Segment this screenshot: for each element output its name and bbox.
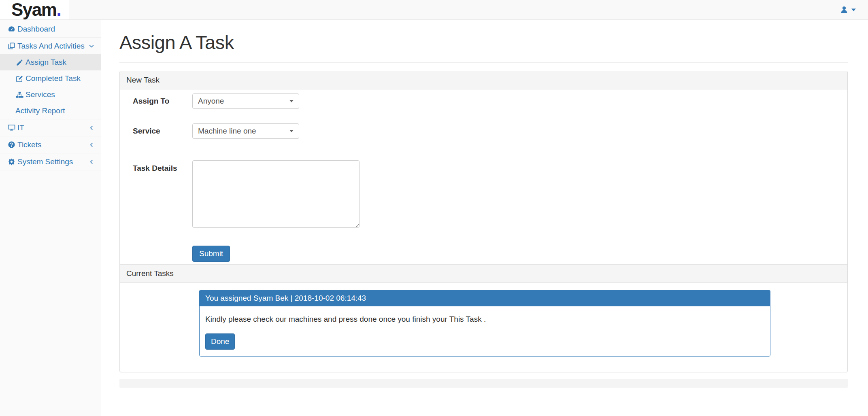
sidebar: Dashboard Tasks And Activities Assign Ta…: [0, 20, 101, 416]
assign-to-row: Assign To Anyone: [133, 93, 834, 109]
sidebar-item-label: Completed Task: [26, 74, 81, 83]
submit-row: Submit: [192, 246, 834, 262]
sidebar-item-label: Services: [26, 90, 55, 99]
footer-bar: [119, 379, 848, 388]
sidebar-item-services[interactable]: Services: [0, 87, 101, 103]
sidebar-item-system-settings[interactable]: System Settings: [0, 153, 101, 170]
caret-down-icon: [851, 8, 856, 11]
task-card-header: You assigned Syam Bek | 2018-10-02 06:14…: [200, 290, 770, 306]
brand-dot: .: [56, 1, 61, 19]
sidebar-item-dashboard[interactable]: Dashboard: [0, 21, 101, 37]
sidebar-item-completed-task[interactable]: Completed Task: [0, 70, 101, 87]
service-select[interactable]: Machine line one: [192, 123, 299, 139]
current-tasks-heading: Current Tasks: [120, 264, 847, 283]
task-details-row: Task Details: [133, 160, 834, 228]
sidebar-item-label: Tickets: [17, 140, 41, 149]
sidebar-item-tasks-and-activities[interactable]: Tasks And Activities: [0, 38, 101, 54]
sitemap-icon: [15, 91, 23, 99]
sidebar-item-label: Tasks And Activities: [17, 42, 85, 51]
chevron-left-icon: [89, 142, 94, 148]
assign-to-label: Assign To: [133, 93, 192, 109]
task-card: You assigned Syam Bek | 2018-10-02 06:14…: [199, 290, 770, 357]
new-task-form: Assign To Anyone Service Machine line on…: [120, 89, 847, 264]
sidebar-item-label: System Settings: [17, 157, 73, 166]
chevron-left-icon: [89, 159, 94, 165]
sidebar-item-label: Dashboard: [17, 25, 55, 34]
edit-icon: [15, 74, 23, 83]
tasks-icon: [7, 42, 15, 50]
submit-button[interactable]: Submit: [192, 246, 230, 262]
task-details-label: Task Details: [133, 160, 192, 228]
pencil-icon: [15, 58, 23, 66]
chevron-left-icon: [89, 125, 94, 131]
dashboard-icon: [7, 25, 15, 33]
select-caret-icon: [289, 100, 294, 102]
brand-logo[interactable]: Syam.: [0, 0, 69, 19]
service-row: Service Machine line one: [133, 123, 834, 139]
sidebar-item-label: IT: [17, 123, 24, 132]
user-menu[interactable]: [840, 6, 868, 14]
sidebar-item-label: Activity Report: [15, 106, 65, 115]
sidebar-item-activity-report[interactable]: Activity Report: [0, 103, 101, 119]
main-content: Assign A Task New Task Assign To Anyone …: [101, 20, 868, 416]
gear-icon: [7, 158, 15, 166]
assign-to-selected-value: Anyone: [198, 97, 224, 106]
sidebar-item-it[interactable]: IT: [0, 119, 101, 136]
new-task-heading: New Task: [120, 71, 847, 89]
question-circle-icon: [7, 141, 15, 149]
brand-name: Syam: [11, 1, 56, 19]
sidebar-item-assign-task[interactable]: Assign Task: [0, 54, 101, 70]
assign-to-select[interactable]: Anyone: [192, 93, 299, 109]
user-icon: [840, 6, 848, 14]
top-navbar: Syam.: [0, 0, 868, 20]
chevron-down-icon: [89, 43, 94, 49]
service-selected-value: Machine line one: [198, 127, 256, 136]
desktop-icon: [7, 124, 15, 132]
service-label: Service: [133, 123, 192, 139]
task-card-body: Kindly please check our machines and pre…: [200, 306, 770, 356]
tasks-panel: New Task Assign To Anyone Service Machin…: [119, 71, 848, 372]
task-details-text: Kindly please check our machines and pre…: [205, 315, 764, 324]
select-caret-icon: [289, 130, 294, 132]
done-button[interactable]: Done: [205, 333, 235, 350]
page-title: Assign A Task: [119, 31, 848, 63]
sidebar-item-label: Assign Task: [26, 58, 66, 67]
sidebar-item-tickets[interactable]: Tickets: [0, 136, 101, 153]
current-tasks-list: You assigned Syam Bek | 2018-10-02 06:14…: [120, 283, 847, 372]
task-details-textarea[interactable]: [192, 160, 360, 228]
